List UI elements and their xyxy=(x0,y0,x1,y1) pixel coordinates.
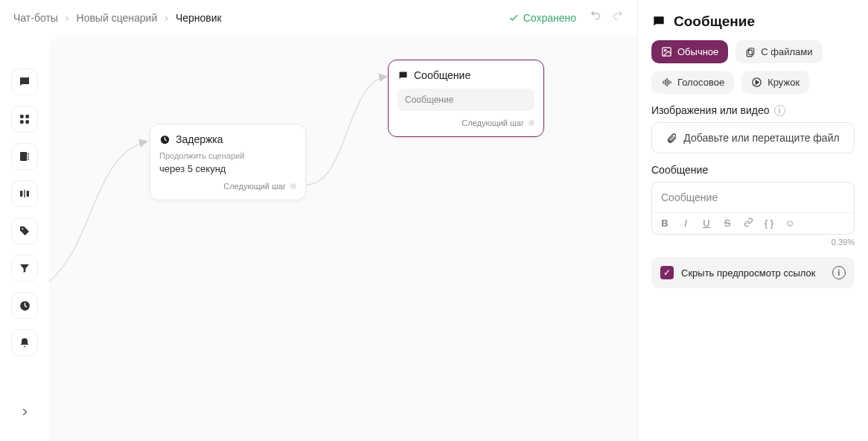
svg-rect-5 xyxy=(28,153,29,155)
breadcrumb: Чат-боты › Новый сценарий › Черновик xyxy=(13,12,222,24)
sidebar-item-apps[interactable] xyxy=(11,106,38,133)
svg-rect-21 xyxy=(668,80,669,84)
tab-voice-label: Голосовое xyxy=(677,77,724,88)
strike-button[interactable]: S xyxy=(721,218,734,229)
message-input[interactable]: Сообщение xyxy=(652,183,854,212)
svg-rect-1 xyxy=(25,115,29,118)
message-icon xyxy=(398,70,409,81)
saved-label: Сохранено xyxy=(523,12,576,24)
variable-button[interactable]: { } xyxy=(762,218,776,229)
tab-circle[interactable]: Кружок xyxy=(741,71,809,94)
panel-title: Сообщение xyxy=(651,13,855,30)
italic-button[interactable]: I xyxy=(679,218,692,229)
tab-normal-label: Обычное xyxy=(677,46,718,57)
editor-toolbar: B I U S { } ☺ xyxy=(652,212,854,234)
breadcrumb-sep: › xyxy=(165,12,168,24)
node-message-next: Следующий шаг xyxy=(398,118,534,127)
image-icon xyxy=(661,46,672,57)
sidebar-item-filter[interactable] xyxy=(11,255,38,282)
message-label: Сообщение xyxy=(651,164,855,176)
sidebar-item-notify[interactable] xyxy=(11,329,38,356)
sidebar-item-timer[interactable] xyxy=(11,292,38,319)
canvas[interactable]: Задержка Продолжить сценарий через 5 сек… xyxy=(49,36,637,441)
apps-icon xyxy=(19,113,31,125)
sidebar-expand xyxy=(0,401,49,423)
bold-button[interactable]: B xyxy=(658,218,671,229)
upload-text: Добавьте или перетащите файл xyxy=(683,132,839,144)
attachment-icon xyxy=(666,133,677,144)
redo-button[interactable] xyxy=(612,10,624,25)
svg-rect-9 xyxy=(24,190,25,198)
sidebar-expand-button[interactable] xyxy=(13,401,36,423)
svg-point-11 xyxy=(22,228,23,229)
chevron-right-icon xyxy=(19,407,30,417)
undo-button[interactable] xyxy=(590,10,601,25)
editor-char-indicator: 0.39% xyxy=(651,238,855,247)
tab-normal[interactable]: Обычное xyxy=(651,40,728,63)
bell-icon xyxy=(19,337,31,349)
svg-rect-22 xyxy=(671,81,671,83)
panel-title-text: Сообщение xyxy=(674,13,755,30)
emoji-button[interactable]: ☺ xyxy=(783,218,797,229)
topbar-right: Сохранено xyxy=(508,10,624,25)
node-output-handle[interactable] xyxy=(290,183,296,189)
svg-rect-18 xyxy=(663,81,664,84)
filter-icon xyxy=(19,262,31,274)
message-type-tabs: Обычное С файлами Голосовое Кружок xyxy=(651,40,855,94)
svg-rect-7 xyxy=(28,159,29,160)
clock-icon xyxy=(159,134,170,145)
align-icon xyxy=(19,188,31,200)
help-icon[interactable]: i xyxy=(832,266,846,279)
sidebar-item-align[interactable] xyxy=(11,180,38,207)
next-step-label: Следующий шаг xyxy=(223,182,286,191)
sidebar-left xyxy=(0,0,49,441)
hide-preview-label: Скрыть предпросмотр ссылок xyxy=(681,267,825,279)
svg-rect-10 xyxy=(27,191,29,197)
tab-voice[interactable]: Голосовое xyxy=(651,71,734,94)
svg-rect-6 xyxy=(28,156,29,157)
hide-preview-row[interactable]: ✓ Скрыть предпросмотр ссылок i xyxy=(651,257,855,288)
tab-circle-label: Кружок xyxy=(768,77,800,88)
hide-preview-checkbox[interactable]: ✓ xyxy=(660,266,674,279)
underline-button[interactable]: U xyxy=(700,218,713,229)
svg-rect-20 xyxy=(667,78,668,86)
svg-rect-8 xyxy=(20,191,22,197)
tab-with-files[interactable]: С файлами xyxy=(735,40,822,63)
svg-rect-2 xyxy=(20,120,24,124)
undo-redo xyxy=(590,10,624,25)
message-section: Сообщение Сообщение B I U S { } ☺ 0.39% xyxy=(651,164,855,247)
node-message[interactable]: Сообщение Сообщение Следующий шаг xyxy=(388,60,544,137)
sidebar-item-tag[interactable] xyxy=(11,218,38,244)
message-icon xyxy=(18,75,31,89)
breadcrumb-chatbots[interactable]: Чат-боты xyxy=(13,12,58,24)
redo-icon xyxy=(612,10,624,22)
contact-icon xyxy=(19,150,31,162)
file-icon xyxy=(745,47,756,57)
svg-rect-17 xyxy=(747,50,753,57)
node-output-handle[interactable] xyxy=(529,120,534,126)
svg-point-15 xyxy=(664,49,666,51)
node-message-preview: Сообщение xyxy=(398,89,534,111)
svg-rect-4 xyxy=(20,152,27,161)
circle-play-icon xyxy=(751,77,762,88)
node-message-title: Сообщение xyxy=(414,69,470,81)
node-delay[interactable]: Задержка Продолжить сценарий через 5 сек… xyxy=(150,124,306,200)
tab-files-label: С файлами xyxy=(761,46,812,57)
sidebar-item-contacts[interactable] xyxy=(11,143,38,170)
node-delay-next: Следующий шаг xyxy=(159,182,296,191)
topbar: Чат-боты › Новый сценарий › Черновик Сох… xyxy=(0,0,637,36)
info-icon[interactable]: i xyxy=(774,105,785,116)
sidebar-item-message[interactable] xyxy=(11,69,38,95)
upload-area[interactable]: Добавьте или перетащите файл xyxy=(651,122,855,153)
link-icon xyxy=(744,218,753,227)
breadcrumb-scenario[interactable]: Новый сценарий xyxy=(77,12,158,24)
link-button[interactable] xyxy=(741,218,755,229)
node-delay-detail: через 5 секунд xyxy=(159,163,296,174)
connectors xyxy=(49,36,637,441)
node-message-header: Сообщение xyxy=(398,69,534,81)
check-icon xyxy=(508,13,519,23)
next-step-label: Следующий шаг xyxy=(462,118,524,127)
tag-icon xyxy=(19,225,31,237)
voice-icon xyxy=(661,77,672,88)
message-editor: Сообщение B I U S { } ☺ xyxy=(651,182,855,235)
